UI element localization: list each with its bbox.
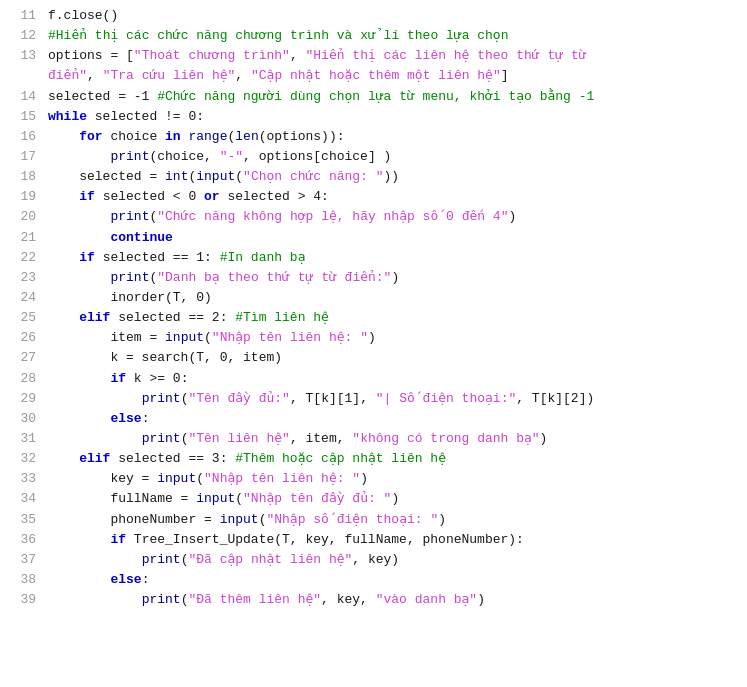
plain-token: item = [48,330,165,345]
line-number: 19 [8,187,36,207]
code-line: 20 print("Chức năng không hợp lệ, hãy nh… [0,207,747,227]
string-pink-token: điển" [48,68,87,83]
line-content: phoneNumber = input("Nhập số điện thoại:… [48,510,739,530]
plain-token [48,451,79,466]
plain-token: f.close() [48,8,118,23]
plain-token [48,149,110,164]
string-pink-token: "không có trong danh bạ" [352,431,539,446]
plain-token: ( [235,169,243,184]
line-content: while selected != 0: [48,107,739,127]
plain-token: ( [204,330,212,345]
plain-token: , options[choice] ) [243,149,391,164]
plain-token: options = [ [48,48,134,63]
plain-token [48,310,79,325]
line-number: 31 [8,429,36,449]
line-content: if Tree_Insert_Update(T, key, fullName, … [48,530,739,550]
line-number: 22 [8,248,36,268]
plain-token: ) [360,471,368,486]
plain-token: : [142,411,150,426]
builtin-token: print [142,552,181,567]
line-number: 15 [8,107,36,127]
code-line: 34 fullName = input("Nhập tên đầy đủ: ") [0,489,747,509]
line-content: selected = -1 #Chức năng người dùng chọn… [48,87,739,107]
string-pink-token: "Nhập tên liên hệ: " [212,330,368,345]
code-line: 29 print("Tên đầy đủ:", T[k][1], "| Số đ… [0,389,747,409]
plain-token [48,592,142,607]
line-content: selected = int(input("Chọn chức năng: ")… [48,167,739,187]
plain-token: selected < 0 [95,189,204,204]
line-number: 30 [8,409,36,429]
line-number: 35 [8,510,36,530]
line-number: 34 [8,489,36,509]
code-line: 31 print("Tên liên hệ", item, "không có … [0,429,747,449]
plain-token: (choice, [149,149,219,164]
comment-token: #Chức năng người dùng chọn lựa từ menu, … [157,89,594,104]
line-number: 33 [8,469,36,489]
plain-token [48,209,110,224]
plain-token: ( [196,471,204,486]
line-content: continue [48,228,739,248]
builtin-token: int [165,169,188,184]
plain-token: selected = -1 [48,89,157,104]
plain-token [48,371,110,386]
plain-token: selected = [48,169,165,184]
builtin-token: print [110,149,149,164]
plain-token [48,391,142,406]
line-number: 37 [8,550,36,570]
string-pink-token: "Nhập tên liên hệ: " [204,471,360,486]
kw-token: elif [79,451,110,466]
string-pink-token: "Cập nhật hoặc thêm một liên hệ" [251,68,501,83]
line-number: 39 [8,590,36,610]
line-content: print("Tên đầy đủ:", T[k][1], "| Số điện… [48,389,739,409]
plain-token: inorder(T, 0) [48,290,212,305]
line-content: print("Đã thêm liên hệ", key, "vào danh … [48,590,739,610]
plain-token [48,552,142,567]
kw-token: while [48,109,87,124]
kw-token: if [110,532,126,547]
plain-token: Tree_Insert_Update(T, key, fullName, pho… [126,532,524,547]
line-number: 25 [8,308,36,328]
kw-token: if [79,250,95,265]
line-number: 16 [8,127,36,147]
line-content: #Hiển thị các chức năng chương trình và … [48,26,739,46]
code-line: 36 if Tree_Insert_Update(T, key, fullNam… [0,530,747,550]
plain-token: , key) [352,552,399,567]
plain-token: , key, [321,592,376,607]
string-pink-token: "Danh bạ theo thứ tự từ điển:" [157,270,391,285]
line-number: 14 [8,87,36,107]
plain-token: k = search(T, 0, item) [48,350,282,365]
code-line: 12#Hiển thị các chức năng chương trình v… [0,26,747,46]
comment-token: #Thêm hoặc cập nhật liên hệ [235,451,446,466]
string-pink-token: "Tra cứu liên hệ" [103,68,236,83]
line-number: 13 [8,46,36,66]
plain-token: choice [103,129,165,144]
string-pink-token: "Chọn chức năng: " [243,169,383,184]
line-content: options = ["Thoát chương trình", "Hiển t… [48,46,739,66]
line-content: if k >= 0: [48,369,739,389]
kw-token: if [79,189,95,204]
plain-token: , T[k][2]) [516,391,594,406]
code-line: 35 phoneNumber = input("Nhập số điện tho… [0,510,747,530]
code-line: 27 k = search(T, 0, item) [0,348,747,368]
builtin-token: range [188,129,227,144]
code-line: 25 elif selected == 2: #Tìm liên hệ [0,308,747,328]
builtin-token: input [157,471,196,486]
plain-token: fullName = [48,491,196,506]
line-content: inorder(T, 0) [48,288,739,308]
builtin-token: print [110,209,149,224]
code-line: 23 print("Danh bạ theo thứ tự từ điển:") [0,268,747,288]
string-pink-token: "Thoát chương trình" [134,48,290,63]
kw-token: if [110,371,126,386]
line-number: 18 [8,167,36,187]
line-content: print(choice, "-", options[choice] ) [48,147,739,167]
plain-token [48,411,110,426]
builtin-token: input [165,330,204,345]
plain-token: , T[k][1], [290,391,376,406]
line-number: 32 [8,449,36,469]
kw-token: else [110,411,141,426]
string-pink-token: "Đã thêm liên hệ" [188,592,321,607]
string-pink-token: "Nhập tên đầy đủ: " [243,491,391,506]
line-content: if selected == 1: #In danh bạ [48,248,739,268]
line-content: item = input("Nhập tên liên hệ: ") [48,328,739,348]
line-number: 38 [8,570,36,590]
